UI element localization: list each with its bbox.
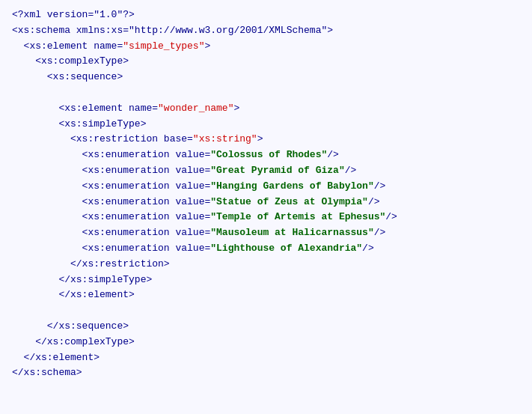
code-editor: <?xml version="1.0"?><xs:schema xmlns:xs… — [0, 0, 532, 414]
code-line: <xs:enumeration value="Colossus of Rhode… — [12, 147, 520, 163]
code-line: </xs:simpleType> — [12, 273, 520, 288]
code-line: <xs:enumeration value="Mausoleum at Hali… — [12, 225, 520, 241]
code-line: <xs:enumeration value="Lighthouse of Ale… — [12, 241, 520, 257]
code-line: <xs:element name="simple_types"> — [12, 39, 520, 55]
code-line — [12, 303, 520, 319]
code-line: </xs:element> — [12, 350, 520, 366]
code-line: </xs:sequence> — [12, 319, 520, 335]
code-line: </xs:schema> — [12, 365, 520, 381]
code-line — [12, 85, 520, 101]
code-line: <xs:complexType> — [12, 54, 520, 70]
code-line: <xs:restriction base="xs:string"> — [12, 132, 520, 147]
code-line: <xs:element name="wonder_name"> — [12, 101, 520, 117]
code-line: <xs:simpleType> — [12, 117, 520, 133]
code-line: </xs:restriction> — [12, 257, 520, 273]
code-line: </xs:complexType> — [12, 335, 520, 350]
code-line: <xs:enumeration value="Statue of Zeus at… — [12, 195, 520, 210]
code-line: <?xml version="1.0"?> — [12, 7, 520, 23]
code-line: </xs:element> — [12, 287, 520, 303]
code-line: <xs:schema xmlns:xs="http://www.w3.org/2… — [12, 23, 520, 39]
code-line: <xs:enumeration value="Hanging Gardens o… — [12, 179, 520, 195]
code-line: <xs:enumeration value="Temple of Artemis… — [12, 210, 520, 225]
code-block: <?xml version="1.0"?><xs:schema xmlns:xs… — [12, 7, 520, 381]
code-line: <xs:enumeration value="Great Pyramid of … — [12, 163, 520, 179]
code-line: <xs:sequence> — [12, 70, 520, 85]
